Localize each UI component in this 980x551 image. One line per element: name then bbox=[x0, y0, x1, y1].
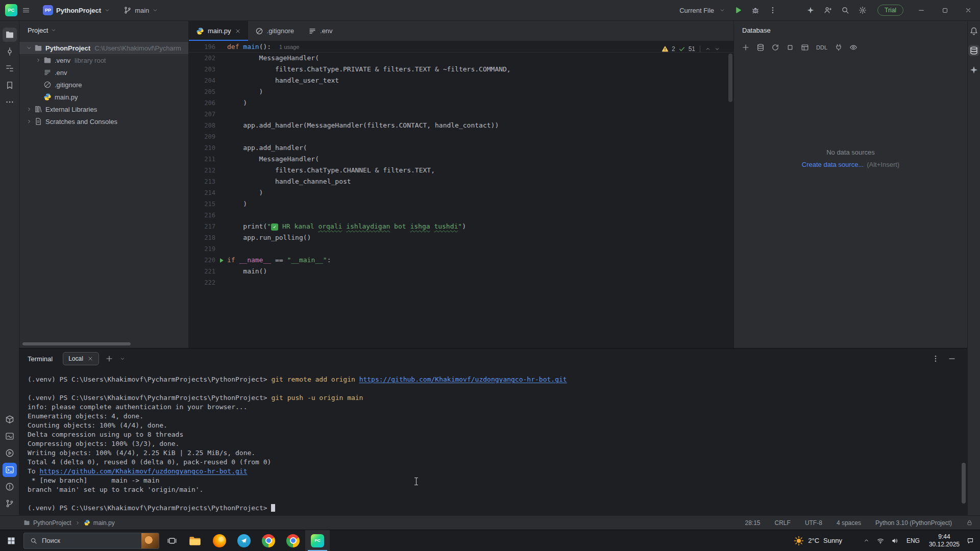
tree-item-main-py[interactable]: main.py bbox=[19, 91, 188, 103]
taskbar-app-chrome[interactable] bbox=[256, 530, 281, 551]
ai-assistant-button[interactable] bbox=[803, 3, 818, 18]
main-menu-button[interactable] bbox=[18, 3, 34, 18]
code-line-203[interactable]: 203 filters.ChatType.PRIVATE & filters.T… bbox=[189, 64, 727, 75]
inspections-widget[interactable]: 2 51 bbox=[662, 43, 720, 55]
code-line-215[interactable]: 215 ) bbox=[189, 198, 727, 210]
editor-scrollbar[interactable] bbox=[728, 54, 732, 102]
tool-button-more-tool-windows[interactable] bbox=[3, 95, 17, 109]
code-line-209[interactable]: 209 bbox=[189, 131, 727, 142]
code-line-214[interactable]: 214 ) bbox=[189, 187, 727, 198]
tree-item-pythonproject[interactable]: PythonProjectC:\Users\Khakimovf\Pycharm bbox=[19, 42, 188, 54]
tool-button-commit[interactable] bbox=[3, 44, 17, 59]
chevron-down-icon[interactable] bbox=[24, 45, 34, 51]
debug-button[interactable] bbox=[748, 3, 763, 18]
tool-button-problems[interactable] bbox=[3, 480, 17, 494]
code-line-222[interactable]: 222 bbox=[189, 277, 727, 288]
chevron-right-icon[interactable] bbox=[24, 106, 34, 112]
breadcrumb[interactable]: PythonProject main.py bbox=[23, 519, 115, 527]
tool-button-python-packages[interactable] bbox=[3, 412, 17, 427]
taskbar-app-telegram[interactable] bbox=[232, 530, 256, 551]
code-line-205[interactable]: 205 ) bbox=[189, 86, 727, 97]
code-line-204[interactable]: 204 handle_user_text bbox=[189, 75, 727, 86]
close-button[interactable] bbox=[957, 0, 980, 21]
terminal-scrollbar[interactable] bbox=[962, 463, 966, 504]
close-tab-icon[interactable] bbox=[235, 28, 241, 34]
code-line-217[interactable]: 217 print("✓ HR kanal orqali ishlaydigan… bbox=[189, 221, 727, 232]
tool-button-database[interactable] bbox=[968, 45, 979, 56]
toolbar-new-table-button[interactable] bbox=[798, 41, 812, 54]
tree-item-scratches-and-consoles[interactable]: Scratches and Consoles bbox=[19, 115, 188, 128]
tool-button-terminal[interactable] bbox=[3, 463, 17, 477]
project-widget[interactable]: PP PythonProject bbox=[39, 3, 114, 18]
editor-tab-env[interactable]: .env bbox=[301, 21, 340, 41]
run-line-icon[interactable] bbox=[218, 257, 225, 264]
status-python-interpreter[interactable]: Python 3.10 (PythonProject) bbox=[875, 519, 952, 527]
action-center-button[interactable] bbox=[967, 537, 974, 544]
tree-item-gitignore[interactable]: .gitignore bbox=[19, 79, 188, 91]
code-line-220[interactable]: 220if __name__ == "__main__": bbox=[189, 255, 727, 266]
tree-item-external-libraries[interactable]: External Libraries bbox=[19, 103, 188, 115]
settings-button[interactable] bbox=[855, 3, 870, 18]
toolbar-refresh-button[interactable] bbox=[769, 41, 782, 54]
code-line-208[interactable]: 208 app.add_handler(MessageHandler(filte… bbox=[189, 120, 727, 131]
editor-tab-main-py[interactable]: main.py bbox=[189, 21, 248, 41]
code-with-me-button[interactable] bbox=[820, 3, 836, 18]
tool-button-services[interactable] bbox=[3, 446, 17, 460]
editor-tab-gitignore[interactable]: .gitignore bbox=[248, 21, 301, 41]
code-line-202[interactable]: 202 MessageHandler( bbox=[189, 53, 727, 64]
run-button[interactable] bbox=[730, 3, 746, 18]
status-indent[interactable]: 4 spaces bbox=[837, 519, 861, 527]
search-highlight-image[interactable] bbox=[141, 533, 159, 548]
code-line-210[interactable]: 210 app.add_handler( bbox=[189, 142, 727, 154]
code-line-219[interactable]: 219 bbox=[189, 243, 727, 255]
terminal-link[interactable]: https://github.com/Khakimovf/uzdongyangc… bbox=[39, 467, 247, 475]
minimize-button[interactable] bbox=[910, 0, 933, 21]
toolbar-data-source-properties-button[interactable] bbox=[754, 41, 767, 54]
tray-overflow-button[interactable] bbox=[863, 537, 870, 544]
new-terminal-icon[interactable] bbox=[105, 355, 113, 363]
sticky-line[interactable]: 196def main():1 usage bbox=[189, 41, 733, 53]
tool-button-ai-assistant[interactable] bbox=[968, 64, 979, 76]
hide-terminal-icon[interactable] bbox=[948, 355, 956, 363]
language-indicator[interactable]: ENG bbox=[906, 537, 920, 544]
status-line-separator[interactable]: CRLF bbox=[775, 519, 791, 527]
chevron-right-icon[interactable] bbox=[34, 57, 43, 63]
breadcrumb-file[interactable]: main.py bbox=[93, 519, 115, 527]
terminal-more-icon[interactable] bbox=[932, 355, 940, 363]
taskbar-app-file-explorer[interactable] bbox=[183, 530, 207, 551]
run-config-selector[interactable]: Current File bbox=[675, 3, 729, 18]
tool-button-notifications[interactable] bbox=[968, 26, 979, 37]
code-line-211[interactable]: 211 MessageHandler( bbox=[189, 154, 727, 165]
taskbar-app-pycharm[interactable]: PC bbox=[305, 530, 330, 551]
code-line-218[interactable]: 218 app.run_polling() bbox=[189, 232, 727, 243]
tool-button-bookmarks[interactable] bbox=[3, 78, 17, 92]
task-view-button[interactable] bbox=[161, 530, 183, 551]
code-line-212[interactable]: 212 filters.ChatType.CHANNEL & filters.T… bbox=[189, 165, 727, 176]
toolbar-attach-button[interactable] bbox=[832, 41, 845, 54]
breadcrumb-project[interactable]: PythonProject bbox=[33, 519, 71, 527]
code-line-213[interactable]: 213 handle_channel_post bbox=[189, 176, 727, 187]
start-button[interactable] bbox=[0, 530, 22, 551]
create-data-source-link[interactable]: Create data source... bbox=[802, 161, 864, 168]
database-panel-header[interactable]: Database bbox=[734, 21, 967, 39]
toolbar-stop-button[interactable] bbox=[783, 41, 797, 54]
network-button[interactable] bbox=[877, 537, 884, 544]
code-line-221[interactable]: 221 main() bbox=[189, 266, 727, 277]
code-line-216[interactable]: 216 bbox=[189, 210, 727, 221]
clock-widget[interactable]: 9:44 30.12.2025 bbox=[929, 533, 960, 548]
tree-item-venv[interactable]: .venvlibrary root bbox=[19, 54, 188, 66]
volume-button[interactable] bbox=[891, 537, 898, 544]
toolbar-preview-button[interactable] bbox=[847, 41, 860, 54]
more-actions-button[interactable] bbox=[765, 3, 780, 18]
taskbar-app-chrome-2[interactable] bbox=[281, 530, 305, 551]
search-everywhere-button[interactable] bbox=[838, 3, 853, 18]
code-line-207[interactable]: 207 bbox=[189, 109, 727, 120]
trial-badge[interactable]: Trial bbox=[877, 5, 903, 16]
project-hscrollbar[interactable] bbox=[22, 342, 131, 345]
project-panel-header[interactable]: Project bbox=[19, 21, 188, 39]
terminal-options-icon[interactable] bbox=[119, 356, 126, 362]
terminal-tab-local[interactable]: Local bbox=[63, 352, 99, 365]
tool-button-project[interactable] bbox=[3, 28, 17, 42]
toolbar-ddl-button[interactable]: DDL bbox=[813, 41, 830, 54]
maximize-button[interactable] bbox=[933, 0, 957, 21]
